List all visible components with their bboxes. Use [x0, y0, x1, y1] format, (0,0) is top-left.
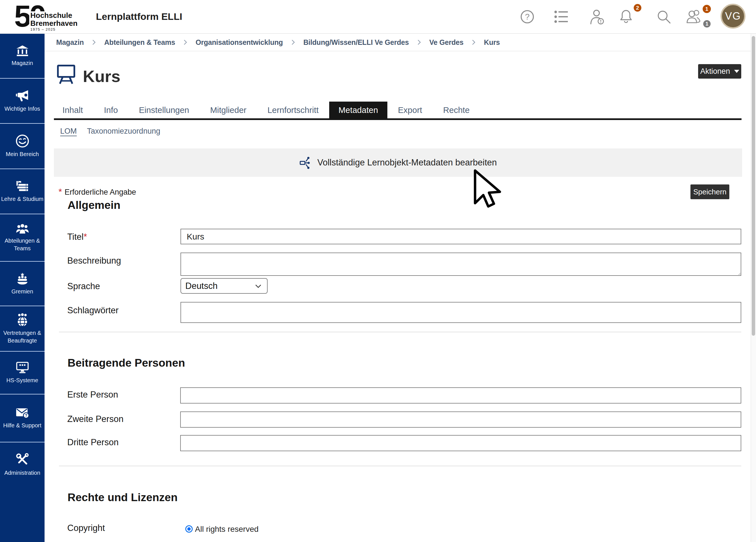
breadcrumb-item[interactable]: Abteilungen & Teams — [104, 38, 175, 47]
sidebar-item-label: Hilfe & Support — [3, 422, 41, 429]
megaphone-icon — [15, 89, 30, 102]
tools-icon — [16, 453, 29, 467]
tab-info[interactable]: Info — [93, 102, 128, 119]
erste-person-label: Erste Person — [67, 390, 118, 400]
sidebar-item-label: Administration — [4, 469, 40, 477]
section-title-allgemein: Allgemein — [68, 199, 120, 211]
chevron-down-icon — [255, 284, 261, 288]
titel-input[interactable] — [180, 229, 741, 244]
contacts-badge-total: 1 — [703, 20, 711, 28]
tab-inhalt[interactable]: Inhalt — [52, 102, 93, 119]
logo-years: 1975 – 2025 — [30, 27, 77, 31]
sidebar-item-gremien[interactable]: Gremien — [0, 261, 45, 306]
save-button[interactable]: Speichern — [690, 184, 729, 199]
breadcrumb-item[interactable]: Bildung/Wissen/ELLI Ve Gerdes — [303, 38, 409, 47]
chevron-right-icon — [92, 39, 96, 46]
mouse-cursor — [472, 169, 502, 212]
sprache-label: Sprache — [67, 281, 100, 291]
scrollbar-thumb[interactable] — [752, 36, 755, 336]
sidebar-item-vertretungen[interactable]: Vertretungen & Beauftragte — [0, 306, 45, 351]
breadcrumb-item[interactable]: Magazin — [56, 38, 84, 47]
sidebar-item-administration[interactable]: Administration — [0, 442, 45, 487]
erste-person-input[interactable] — [180, 387, 741, 404]
required-note-text: Erforderliche Angabe — [64, 187, 136, 197]
tab-lernfortschritt[interactable]: Lernfortschritt — [257, 102, 329, 119]
help-icon[interactable]: ? — [520, 10, 534, 24]
sidebar-item-label2: Beauftragte — [8, 337, 37, 344]
sprache-select[interactable]: Deutsch — [180, 278, 268, 294]
avatar[interactable]: VG — [721, 4, 745, 29]
chevron-right-icon — [291, 39, 295, 46]
sidebar-item-lehre-studium[interactable]: Lehre & Studium — [0, 169, 45, 214]
breadcrumb: Magazin Abteilungen & Teams Organisation… — [45, 34, 756, 51]
zweite-person-input[interactable] — [180, 411, 741, 428]
copyright-option-label: All rights reserved — [195, 525, 259, 534]
sidebar-item-label: Gremien — [11, 288, 33, 295]
contacts-badge-new: 1 — [703, 5, 711, 13]
section-divider — [59, 332, 741, 332]
section-divider — [59, 466, 741, 466]
page: 50 Hochschule Bremerhaven 1975 – 2025 Le… — [0, 0, 756, 542]
smiley-icon — [16, 134, 29, 148]
metadata-banner-label: Vollständige Lernobjekt-Metadaten bearbe… — [317, 157, 497, 168]
mail-help-icon: ? — [15, 407, 30, 419]
breadcrumb-item[interactable]: Organisationsentwicklung — [196, 38, 283, 47]
sidebar-item-magazin[interactable]: Magazin — [0, 34, 45, 78]
sidebar: Magazin Wichtige Infos Mein Bereich — [0, 34, 45, 542]
dritte-person-input[interactable] — [180, 435, 741, 451]
breadcrumb-item[interactable]: Ve Gerdes — [429, 38, 464, 47]
beschreibung-textarea[interactable] — [180, 253, 741, 276]
schlagwoerter-input[interactable] — [180, 302, 741, 323]
contacts-icon[interactable] — [686, 10, 702, 24]
app-title: Lernplattform ELLI — [96, 11, 182, 22]
tab-underline — [54, 118, 742, 120]
titel-label: Titel* — [67, 232, 87, 242]
search-icon[interactable] — [657, 10, 671, 24]
sidebar-item-label: Wichtige Infos — [5, 105, 40, 113]
course-icon — [57, 64, 75, 85]
actions-button[interactable]: Aktionen — [698, 64, 741, 79]
metadata-banner[interactable]: Vollständige Lernobjekt-Metadaten bearbe… — [54, 148, 742, 177]
logo-line2: Bremerhaven — [30, 19, 77, 27]
tab-export[interactable]: Export — [387, 102, 432, 119]
breadcrumb-item[interactable]: Kurs — [484, 38, 500, 47]
tab-bar: Inhalt Info Einstellungen Mitglieder Ler… — [52, 102, 480, 119]
section-title-beitragende: Beitragende Personen — [68, 357, 185, 369]
actions-button-label: Aktionen — [700, 67, 730, 76]
beschreibung-label: Beschreibung — [67, 256, 121, 266]
subtab-bar: LOM Taxonomiezuordnung — [60, 127, 160, 136]
sidebar-item-wichtige-infos[interactable]: Wichtige Infos — [0, 78, 45, 123]
subtab-lom[interactable]: LOM — [60, 127, 77, 136]
schlagwoerter-label: Schlagwörter — [67, 305, 119, 316]
chevron-right-icon — [417, 39, 421, 46]
sidebar-item-label2: Teams — [14, 245, 31, 252]
copyright-radio[interactable] — [185, 525, 193, 533]
page-title: Kurs — [83, 67, 120, 86]
sidebar-item-label: Magazin — [12, 59, 33, 67]
sidebar-item-abteilungen-teams[interactable]: Abteilungen & Teams — [0, 214, 45, 261]
caret-down-icon — [734, 70, 739, 73]
globe-people-icon — [16, 313, 29, 327]
tab-mitglieder[interactable]: Mitglieder — [200, 102, 257, 119]
zweite-person-label: Zweite Person — [67, 414, 123, 424]
list-icon[interactable] — [554, 10, 568, 23]
sidebar-item-mein-bereich[interactable]: Mein Bereich — [0, 123, 45, 169]
sidebar-item-label: Abteilungen & — [5, 237, 40, 245]
subtab-taxonomie[interactable]: Taxonomiezuordnung — [87, 127, 160, 136]
user-pending-icon[interactable] — [590, 9, 605, 25]
tab-rechte[interactable]: Rechte — [432, 102, 480, 119]
sidebar-item-hilfe-support[interactable]: ? Hilfe & Support — [0, 394, 45, 442]
tab-metadaten[interactable]: Metadaten — [329, 102, 387, 119]
books-icon — [15, 180, 30, 193]
sidebar-item-label: Mein Bereich — [6, 150, 39, 158]
section-title-rechte: Rechte und Lizenzen — [68, 491, 178, 504]
copyright-label: Copyright — [67, 523, 105, 533]
bell-icon[interactable] — [619, 9, 633, 24]
sprache-value: Deutsch — [185, 281, 218, 291]
tab-einstellungen[interactable]: Einstellungen — [128, 102, 199, 119]
logo[interactable]: 50 Hochschule Bremerhaven 1975 – 2025 — [14, 0, 85, 33]
committee-icon — [16, 272, 29, 285]
titel-required-star: * — [83, 232, 87, 242]
people-group-icon — [15, 223, 30, 234]
sidebar-item-hs-systeme[interactable]: HS-Systeme — [0, 351, 45, 394]
